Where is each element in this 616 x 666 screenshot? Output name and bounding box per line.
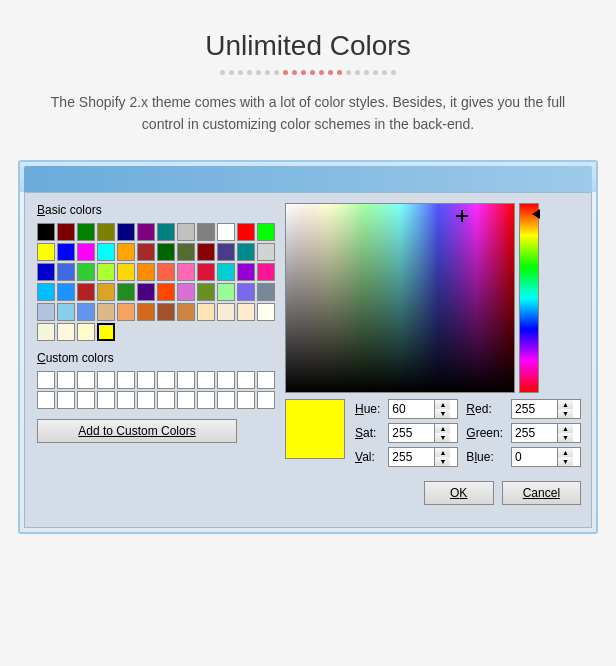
basic-color-swatch[interactable] xyxy=(217,263,235,281)
custom-color-swatch[interactable] xyxy=(137,391,155,409)
custom-color-swatch[interactable] xyxy=(217,391,235,409)
ok-button[interactable]: OK xyxy=(424,481,494,505)
basic-color-swatch[interactable] xyxy=(57,223,75,241)
basic-color-swatch[interactable] xyxy=(157,223,175,241)
green-down[interactable]: ▼ xyxy=(558,433,573,442)
custom-color-swatch[interactable] xyxy=(97,371,115,389)
basic-color-swatch[interactable] xyxy=(177,223,195,241)
basic-color-swatch[interactable] xyxy=(137,263,155,281)
basic-color-swatch[interactable] xyxy=(197,283,215,301)
red-spinbox[interactable]: 255 ▲ ▼ xyxy=(511,399,581,419)
hue-input[interactable]: 60 xyxy=(389,400,434,418)
basic-color-swatch[interactable] xyxy=(237,243,255,261)
basic-color-swatch[interactable] xyxy=(77,323,95,341)
blue-up[interactable]: ▲ xyxy=(558,448,573,457)
basic-color-swatch[interactable] xyxy=(117,283,135,301)
hue-slider[interactable] xyxy=(519,203,539,393)
basic-color-swatch[interactable] xyxy=(137,283,155,301)
custom-color-swatch[interactable] xyxy=(237,391,255,409)
basic-color-swatch[interactable] xyxy=(137,303,155,321)
basic-color-swatch[interactable] xyxy=(217,243,235,261)
cancel-button[interactable]: Cancel xyxy=(502,481,581,505)
basic-color-swatch[interactable] xyxy=(57,263,75,281)
basic-color-swatch[interactable] xyxy=(97,303,115,321)
custom-color-swatch[interactable] xyxy=(117,371,135,389)
basic-color-swatch[interactable] xyxy=(57,303,75,321)
basic-color-swatch[interactable] xyxy=(77,223,95,241)
basic-color-swatch[interactable] xyxy=(77,243,95,261)
basic-color-swatch[interactable] xyxy=(197,223,215,241)
basic-color-swatch[interactable] xyxy=(137,223,155,241)
basic-color-swatch[interactable] xyxy=(197,303,215,321)
basic-color-swatch[interactable] xyxy=(157,283,175,301)
red-input[interactable]: 255 xyxy=(512,400,557,418)
custom-color-swatch[interactable] xyxy=(237,371,255,389)
basic-color-swatch[interactable] xyxy=(237,283,255,301)
basic-color-swatch[interactable] xyxy=(237,303,255,321)
basic-color-swatch[interactable] xyxy=(37,223,55,241)
val-spinbox[interactable]: 255 ▲ ▼ xyxy=(388,447,458,467)
basic-color-swatch[interactable] xyxy=(117,223,135,241)
basic-color-swatch[interactable] xyxy=(37,303,55,321)
custom-color-swatch[interactable] xyxy=(177,391,195,409)
basic-color-swatch[interactable] xyxy=(37,323,55,341)
basic-color-swatch[interactable] xyxy=(77,263,95,281)
green-up[interactable]: ▲ xyxy=(558,424,573,433)
custom-color-swatch[interactable] xyxy=(197,391,215,409)
green-spinbox[interactable]: 255 ▲ ▼ xyxy=(511,423,581,443)
basic-color-swatch[interactable] xyxy=(257,243,275,261)
basic-color-swatch[interactable] xyxy=(77,283,95,301)
basic-color-swatch[interactable] xyxy=(37,243,55,261)
basic-color-swatch[interactable] xyxy=(117,263,135,281)
val-up[interactable]: ▲ xyxy=(435,448,450,457)
custom-color-swatch[interactable] xyxy=(137,371,155,389)
blue-input[interactable]: 0 xyxy=(512,448,557,466)
red-down[interactable]: ▼ xyxy=(558,409,573,418)
custom-color-swatch[interactable] xyxy=(177,371,195,389)
basic-color-swatch[interactable] xyxy=(177,263,195,281)
custom-color-swatch[interactable] xyxy=(77,391,95,409)
hue-down[interactable]: ▼ xyxy=(435,409,450,418)
hue-spinbox[interactable]: 60 ▲ ▼ xyxy=(388,399,458,419)
basic-color-swatch[interactable] xyxy=(77,303,95,321)
basic-color-swatch[interactable] xyxy=(157,243,175,261)
basic-color-swatch[interactable] xyxy=(97,323,115,341)
basic-color-swatch[interactable] xyxy=(97,223,115,241)
basic-color-swatch[interactable] xyxy=(257,263,275,281)
custom-color-swatch[interactable] xyxy=(57,391,75,409)
basic-color-swatch[interactable] xyxy=(97,283,115,301)
basic-color-swatch[interactable] xyxy=(57,283,75,301)
sat-up[interactable]: ▲ xyxy=(435,424,450,433)
gradient-canvas[interactable] xyxy=(285,203,515,393)
sat-input[interactable]: 255 xyxy=(389,424,434,442)
basic-color-swatch[interactable] xyxy=(197,243,215,261)
blue-spinbox[interactable]: 0 ▲ ▼ xyxy=(511,447,581,467)
custom-color-swatch[interactable] xyxy=(197,371,215,389)
basic-color-swatch[interactable] xyxy=(197,263,215,281)
basic-color-swatch[interactable] xyxy=(177,283,195,301)
sat-spinbox[interactable]: 255 ▲ ▼ xyxy=(388,423,458,443)
custom-color-swatch[interactable] xyxy=(157,371,175,389)
add-custom-colors-button[interactable]: Add to Custom Colors xyxy=(37,419,237,443)
val-down[interactable]: ▼ xyxy=(435,457,450,466)
custom-color-swatch[interactable] xyxy=(257,371,275,389)
basic-color-swatch[interactable] xyxy=(177,243,195,261)
custom-color-swatch[interactable] xyxy=(117,391,135,409)
basic-color-swatch[interactable] xyxy=(257,283,275,301)
sat-down[interactable]: ▼ xyxy=(435,433,450,442)
basic-color-swatch[interactable] xyxy=(137,243,155,261)
basic-color-swatch[interactable] xyxy=(217,283,235,301)
basic-color-swatch[interactable] xyxy=(57,323,75,341)
custom-color-swatch[interactable] xyxy=(57,371,75,389)
basic-color-swatch[interactable] xyxy=(157,303,175,321)
custom-color-swatch[interactable] xyxy=(77,371,95,389)
red-up[interactable]: ▲ xyxy=(558,400,573,409)
basic-color-swatch[interactable] xyxy=(117,303,135,321)
hue-up[interactable]: ▲ xyxy=(435,400,450,409)
basic-color-swatch[interactable] xyxy=(157,263,175,281)
custom-color-swatch[interactable] xyxy=(37,371,55,389)
basic-color-swatch[interactable] xyxy=(117,243,135,261)
basic-color-swatch[interactable] xyxy=(37,283,55,301)
val-input[interactable]: 255 xyxy=(389,448,434,466)
basic-color-swatch[interactable] xyxy=(97,263,115,281)
